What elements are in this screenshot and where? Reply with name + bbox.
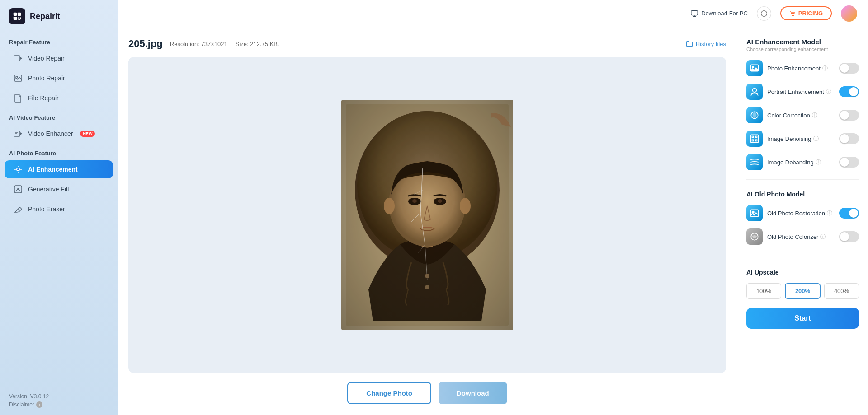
sidebar-item-ai-enhancement[interactable]: AI Enhancement <box>5 160 113 178</box>
svg-point-27 <box>792 15 793 16</box>
file-repair-icon <box>14 93 23 103</box>
ai-enhancement-model-subtitle: Choose corresponding enhancement <box>746 47 859 52</box>
colorizer-svg <box>750 232 760 242</box>
svg-point-26 <box>764 15 764 15</box>
upscale-100-btn[interactable]: 100% <box>746 283 781 299</box>
image-debanding-icon <box>746 154 763 170</box>
sidebar-item-video-enhancer[interactable]: Video Enhancer NEW <box>5 125 113 143</box>
user-avatar[interactable] <box>841 5 857 22</box>
image-denoising-toggle[interactable] <box>839 133 859 144</box>
old-photo-colorizer-label: Old Photo Colorizer ⓘ <box>767 233 835 241</box>
upscale-200-btn[interactable]: 200% <box>785 283 821 299</box>
photo-enhancement-row: Photo Enhancement ⓘ <box>746 60 859 76</box>
start-button[interactable]: Start <box>746 308 859 329</box>
svg-rect-49 <box>341 100 513 330</box>
image-denoising-label: Image Denoising ⓘ <box>767 135 835 143</box>
old-photo-colorizer-toggle[interactable] <box>839 231 859 242</box>
svg-line-21 <box>17 207 20 210</box>
file-name: 205.jpg <box>128 38 163 50</box>
sidebar-item-file-repair[interactable]: File Repair <box>5 89 113 107</box>
old-restoration-svg <box>750 208 760 218</box>
portrait-enhancement-label: Portrait Enhancement ⓘ <box>767 88 835 96</box>
help-button[interactable] <box>757 6 771 21</box>
color-correction-info[interactable]: ⓘ <box>812 112 817 119</box>
svg-rect-0 <box>14 13 17 16</box>
old-photo-colorizer-row: Old Photo Colorizer ⓘ <box>746 228 859 245</box>
pricing-button[interactable]: PRICING <box>780 6 832 20</box>
sidebar-item-photo-repair[interactable]: Photo Repair <box>5 69 113 87</box>
svg-rect-59 <box>750 210 759 216</box>
svg-rect-57 <box>752 140 754 141</box>
ai-video-section: AI Video Feature <box>0 108 118 124</box>
svg-rect-5 <box>14 56 20 61</box>
old-photo-restoration-icon <box>746 205 763 221</box>
disclaimer-info-icon[interactable]: i <box>36 401 42 408</box>
generative-fill-icon <box>14 185 23 194</box>
photo-enhance-svg <box>750 63 760 73</box>
video-enhancer-icon <box>14 129 23 138</box>
portrait-enhancement-icon <box>746 84 763 100</box>
divider-1 <box>746 179 859 180</box>
sidebar-item-generative-fill[interactable]: Generative Fill <box>5 180 113 198</box>
svg-rect-1 <box>18 13 21 16</box>
old-photo-colorizer-info[interactable]: ⓘ <box>820 233 826 241</box>
denoise-svg <box>750 134 760 144</box>
file-meta: Resolution: 737×1021 Size: 212.75 KB. <box>170 41 686 47</box>
image-debanding-info[interactable]: ⓘ <box>816 159 821 166</box>
download-button[interactable]: Download <box>439 382 507 404</box>
repair-feature-section: Repair Feature <box>0 33 118 48</box>
headset-icon <box>760 10 768 17</box>
old-photo-restoration-label: Old Photo Restoration ⓘ <box>767 210 835 217</box>
app-title: Repairit <box>30 12 60 21</box>
portrait-enhancement-info[interactable]: ⓘ <box>826 88 831 96</box>
old-photo-restoration-info[interactable]: ⓘ <box>827 210 832 217</box>
svg-point-51 <box>752 66 754 68</box>
old-photo-restoration-toggle[interactable] <box>839 208 859 219</box>
image-denoising-info[interactable]: ⓘ <box>813 135 819 143</box>
svg-point-14 <box>17 168 19 170</box>
sidebar-item-video-repair[interactable]: Video Repair <box>5 49 113 67</box>
content-area: 205.jpg Resolution: 737×1021 Size: 212.7… <box>118 27 868 415</box>
history-files-button[interactable]: History files <box>686 40 726 47</box>
color-correction-toggle[interactable] <box>839 110 859 121</box>
disclaimer-text: Disclaimer i <box>9 401 108 408</box>
bottom-buttons: Change Photo Download <box>128 373 726 404</box>
download-for-pc-btn[interactable]: Download For PC <box>690 9 748 18</box>
svg-rect-2 <box>14 17 17 20</box>
photo-enhancement-info[interactable]: ⓘ <box>822 65 828 72</box>
divider-2 <box>746 254 859 254</box>
portrait-enhancement-toggle[interactable] <box>839 86 859 97</box>
svg-rect-58 <box>755 140 757 141</box>
ai-enhancement-icon <box>14 165 23 174</box>
ai-old-photo-title: AI Old Photo Model <box>746 191 859 198</box>
photo-eraser-icon <box>14 205 23 214</box>
image-denoising-row: Image Denoising ⓘ <box>746 131 859 147</box>
image-debanding-toggle[interactable] <box>839 157 859 168</box>
upscale-options: 100% 200% 400% <box>746 283 859 299</box>
svg-point-52 <box>753 88 757 92</box>
svg-rect-56 <box>755 136 757 138</box>
color-correction-icon <box>746 107 763 123</box>
folder-icon <box>686 40 693 47</box>
logo-icon: R <box>9 8 25 24</box>
ai-enhancement-model-title: AI Enhancement Model <box>746 38 859 46</box>
version-text: Version: V3.0.12 <box>9 393 108 400</box>
portrait-enhance-svg <box>750 87 760 97</box>
change-photo-button[interactable]: Change Photo <box>347 382 431 404</box>
svg-marker-6 <box>20 57 22 60</box>
svg-text:R: R <box>18 17 20 20</box>
portrait-image <box>341 100 513 330</box>
svg-marker-10 <box>20 132 22 135</box>
color-correction-row: Color Correction ⓘ <box>746 107 859 123</box>
sidebar: R Repairit Repair Feature Video Repair P… <box>0 0 118 415</box>
upscale-400-btn[interactable]: 400% <box>824 283 859 299</box>
photo-enhancement-toggle[interactable] <box>839 63 859 74</box>
color-correct-svg <box>750 110 760 120</box>
new-badge: NEW <box>80 131 95 137</box>
svg-rect-22 <box>691 10 698 15</box>
debanding-svg <box>750 157 760 167</box>
color-correction-label: Color Correction ⓘ <box>767 112 835 119</box>
top-header: Download For PC PRICING <box>118 0 868 27</box>
sidebar-item-photo-eraser[interactable]: Photo Eraser <box>5 200 113 218</box>
sidebar-footer: Version: V3.0.12 Disclaimer i <box>0 386 118 415</box>
